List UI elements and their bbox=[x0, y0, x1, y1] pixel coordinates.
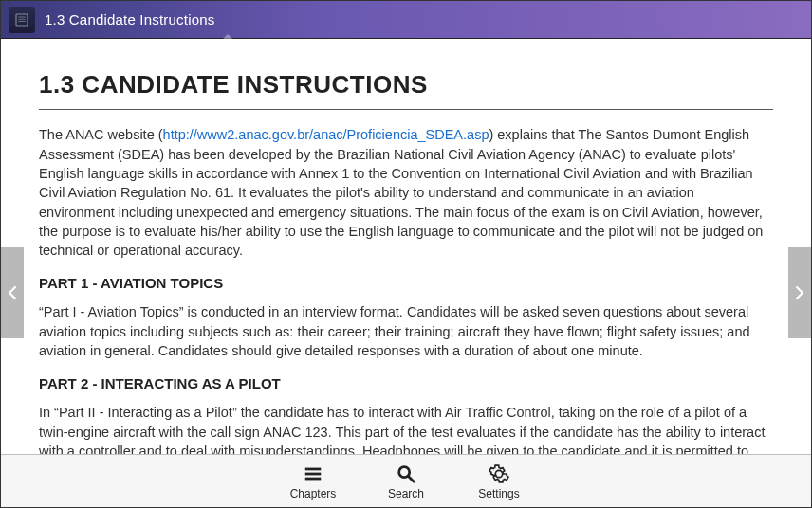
menu-icon bbox=[303, 463, 323, 485]
search-button[interactable]: Search bbox=[382, 463, 430, 500]
document-body: 1.3 CANDIDATE INSTRUCTIONS The ANAC webs… bbox=[1, 39, 811, 454]
svg-rect-0 bbox=[16, 14, 28, 26]
app-header: 1.3 Candidate Instructions bbox=[1, 1, 811, 39]
heading-rule bbox=[39, 109, 773, 110]
document-heading: 1.3 CANDIDATE INSTRUCTIONS bbox=[39, 67, 773, 101]
svg-line-8 bbox=[409, 476, 415, 481]
intro-paragraph: The ANAC website (http://www2.anac.gov.b… bbox=[39, 125, 773, 260]
book-icon[interactable] bbox=[9, 7, 35, 33]
gear-icon bbox=[489, 463, 509, 485]
page-title[interactable]: 1.3 Candidate Instructions bbox=[45, 11, 214, 27]
part2-heading: PART 2 - INTERACTING AS A PILOT bbox=[39, 373, 773, 393]
svg-rect-4 bbox=[305, 467, 322, 470]
anac-link[interactable]: http://www2.anac.gov.br/anac/Proficienci… bbox=[163, 127, 489, 142]
chapters-label: Chapters bbox=[290, 487, 337, 500]
search-label: Search bbox=[388, 487, 424, 500]
settings-label: Settings bbox=[478, 487, 519, 500]
svg-rect-6 bbox=[305, 477, 322, 480]
intro-pre: The ANAC website ( bbox=[39, 127, 163, 142]
part1-body: “Part I - Aviation Topics” is conducted … bbox=[39, 302, 773, 360]
svg-rect-5 bbox=[305, 472, 322, 475]
intro-post: ) explains that The Santos Dumont Englis… bbox=[39, 127, 763, 258]
part1-heading: PART 1 - AVIATION TOPICS bbox=[39, 273, 773, 293]
settings-button[interactable]: Settings bbox=[475, 463, 523, 500]
chapters-button[interactable]: Chapters bbox=[289, 463, 337, 500]
part2-body-1: In “Part II - Interacting as a Pilot” th… bbox=[39, 403, 773, 454]
search-icon bbox=[396, 463, 416, 485]
bottom-toolbar: Chapters Search Settings bbox=[1, 454, 811, 507]
